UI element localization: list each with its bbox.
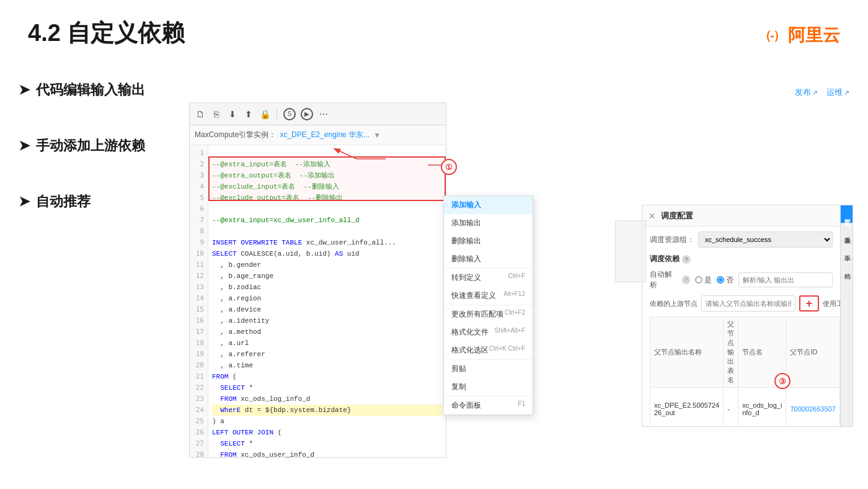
bullet-arrow-1: ➤ bbox=[19, 82, 30, 98]
code-line-16: , a.identity bbox=[212, 315, 442, 326]
ctx-change-all[interactable]: 更改所有匹配项Ctrl+F2 bbox=[444, 305, 533, 323]
code-line-27: SELECT * bbox=[212, 438, 442, 449]
aliyun-logo: （-） 阿里云 bbox=[759, 24, 840, 47]
code-line-4: --@exclude_input=表名 --删除输入 bbox=[212, 181, 442, 192]
code-line-15: , a.device bbox=[212, 304, 442, 315]
upload-icon[interactable]: ⬆ bbox=[243, 109, 254, 120]
radio-no[interactable]: 否 bbox=[717, 275, 733, 285]
ctx-add-output[interactable]: 添加输出 bbox=[444, 214, 533, 232]
ctx-del-output[interactable]: 删除输出 bbox=[444, 232, 533, 250]
play-icon[interactable]: ▶ bbox=[301, 108, 313, 120]
right-tabs: 度配置 血缘关系 版本 结构 bbox=[840, 205, 852, 426]
publish-arrow-icon: ↗ bbox=[812, 89, 818, 97]
file-icon[interactable]: ⎘ bbox=[211, 109, 222, 120]
publish-btn[interactable]: 发布 ↗ bbox=[795, 87, 818, 98]
save-icon[interactable]: 🗋 bbox=[195, 109, 206, 120]
schedule-header: ✕ 调度配置 bbox=[642, 205, 840, 227]
code-line-14: , a.region bbox=[212, 293, 442, 304]
td-output-name-1: xc_DPE_E2.500572426_out bbox=[650, 388, 724, 427]
logo-text: 阿里云 bbox=[788, 24, 840, 47]
bullet-arrow-2: ➤ bbox=[19, 138, 30, 154]
code-line-22: SELECT * bbox=[212, 382, 442, 393]
bullet-2: ➤ 手动添加上游依赖 bbox=[19, 137, 155, 155]
bullet-arrow-3: ➤ bbox=[19, 194, 30, 210]
ctx-peek-def[interactable]: 快速查看定义Alt+F12 bbox=[444, 287, 533, 305]
code-line-21: FROM ( bbox=[212, 371, 442, 382]
code-line-25: ) a bbox=[212, 416, 442, 427]
logo-symbol: （-） bbox=[759, 27, 784, 44]
ctx-cut[interactable]: 剪贴 bbox=[444, 360, 533, 378]
engine-dropdown-icon[interactable]: ▼ bbox=[373, 131, 381, 140]
code-line-1 bbox=[212, 148, 442, 159]
upstream-label: 依赖的上游节点 bbox=[650, 299, 698, 308]
download-icon[interactable]: ⬇ bbox=[227, 109, 238, 120]
toolbar-sep-1 bbox=[277, 109, 277, 119]
run-label: 运维 bbox=[826, 87, 843, 98]
resource-row: 调度资源组： xc_schedule_success bbox=[650, 231, 833, 248]
code-area: 12345 678910 1112131415 1617181920 21222… bbox=[190, 145, 446, 457]
auto-parse-row: 自动解析 ? 是 否 bbox=[650, 269, 833, 290]
th-node-id: 父节点ID bbox=[786, 317, 839, 388]
code-line-7: --@extra_input=xc_dw_user_info_all_d bbox=[212, 215, 442, 226]
tab-version[interactable]: 版本 bbox=[841, 241, 852, 259]
ctx-del-input[interactable]: 删除输入 bbox=[444, 250, 533, 268]
code-line-28: FROM xc_ods_user_info_d bbox=[212, 449, 442, 457]
td-node-id-1[interactable]: 700002663507 bbox=[786, 388, 839, 427]
run-arrow-icon: ↗ bbox=[844, 89, 849, 97]
upstream-table: 父节点输出名称 父节点输出表名 节点名 父节点ID 责任人 来源 操作 xc_D… bbox=[650, 316, 840, 426]
editor-subbar: MaxCompute引擎实例： xc_DPE_E2_engine 华东... ▼ bbox=[190, 125, 446, 145]
ctx-copy[interactable]: 复制 bbox=[444, 378, 533, 396]
code-line-8 bbox=[212, 226, 442, 237]
ctx-goto-def[interactable]: 转到定义Ctrl+F bbox=[444, 269, 533, 287]
line-numbers: 12345 678910 1112131415 1617181920 21222… bbox=[190, 145, 208, 457]
circle-icon[interactable]: S bbox=[283, 108, 296, 120]
code-line-24: WherE dt = ${bdp.system.bizdate} bbox=[212, 405, 442, 416]
more-icon[interactable]: ⋯ bbox=[318, 109, 329, 120]
tab-schedule-config[interactable]: 度配置 bbox=[841, 205, 852, 223]
ctx-add-input[interactable]: 添加输入 bbox=[444, 196, 533, 214]
th-output-table: 父节点输出表名 bbox=[724, 317, 738, 388]
parse-input[interactable] bbox=[738, 272, 833, 287]
bullet-text-2: 手动添加上游依赖 bbox=[36, 137, 145, 155]
bullets-list: ➤ 代码编辑输入输出 ➤ 手动添加上游依赖 ➤ 自动推荐 bbox=[19, 81, 155, 248]
upstream-input[interactable] bbox=[701, 295, 795, 312]
annotation-badge-1: ① bbox=[441, 159, 457, 175]
code-line-18: , a.url bbox=[212, 338, 442, 349]
page-title: 4.2 自定义依赖 bbox=[28, 17, 185, 49]
code-line-20: , a.time bbox=[212, 360, 442, 371]
code-line-9: INSERT OVERWRITE TABLE xc_dw_user_info_a… bbox=[212, 237, 442, 248]
upstream-row: 依赖的上游节点 + 使用工作空间推节点 自动推荐 bbox=[650, 295, 833, 312]
context-menu: 添加输入 添加输出 删除输出 删除输入 转到定义Ctrl+F 快速查看定义Alt… bbox=[443, 195, 533, 415]
code-line-26: LEFT OUTER JOIN ( bbox=[212, 427, 442, 438]
editor-panel: 🗋 ⎘ ⬇ ⬆ 🔒 S ▶ ⋯ MaxCompute引擎实例： xc_DPE_E… bbox=[189, 102, 446, 458]
td-output-table-1: - bbox=[724, 388, 738, 427]
ctx-format-file[interactable]: 格式化文件Shift+Alt+F bbox=[444, 323, 533, 341]
code-line-3: --@extra_output=表名 --添加输出 bbox=[212, 170, 442, 181]
dependency-section-title: 调度依赖 ? bbox=[650, 254, 833, 264]
help-icon-2[interactable]: ? bbox=[682, 276, 690, 284]
radio-yes[interactable]: 是 bbox=[695, 275, 712, 285]
run-btn[interactable]: 运维 ↗ bbox=[826, 87, 849, 98]
editor-minimap bbox=[615, 220, 646, 282]
resource-select[interactable]: xc_schedule_success bbox=[698, 231, 833, 248]
code-line-10: SELECT COALESCE(a.uid, b.uid) AS uid bbox=[212, 248, 442, 259]
resource-label: 调度资源组： bbox=[650, 235, 694, 245]
schedule-close-icon[interactable]: ✕ bbox=[649, 211, 656, 221]
dep-help-icon[interactable]: ? bbox=[682, 255, 691, 264]
bullet-text-1: 代码编辑输入输出 bbox=[36, 81, 145, 99]
tab-lineage[interactable]: 血缘关系 bbox=[841, 223, 852, 241]
bullet-3: ➤ 自动推荐 bbox=[19, 192, 155, 211]
add-upstream-btn[interactable]: + bbox=[799, 295, 819, 312]
engine-value: xc_DPE_E2_engine 华东... bbox=[280, 130, 370, 140]
ctx-format-sel[interactable]: 格式化选区Ctrl+K Ctrl+F bbox=[444, 341, 533, 359]
bullet-1: ➤ 代码编辑输入输出 bbox=[19, 81, 155, 99]
engine-label: MaxCompute引擎实例： bbox=[195, 130, 276, 140]
code-lines: --@extra_input=表名 --添加输入 --@extra_output… bbox=[208, 145, 446, 457]
ctx-cmd-palette[interactable]: 命令面板F1 bbox=[444, 397, 533, 415]
code-line-5: --@exclude_output=表名 --删除输出 bbox=[212, 192, 442, 204]
workspace-label: 使用工作空间推节点 bbox=[823, 299, 840, 308]
lock-icon[interactable]: 🔒 bbox=[259, 109, 270, 120]
code-line-6 bbox=[212, 204, 442, 215]
tab-structure[interactable]: 结构 bbox=[841, 259, 852, 277]
upstream-row-1: xc_DPE_E2.500572426_out - xc_ods_log_inf… bbox=[650, 388, 841, 427]
